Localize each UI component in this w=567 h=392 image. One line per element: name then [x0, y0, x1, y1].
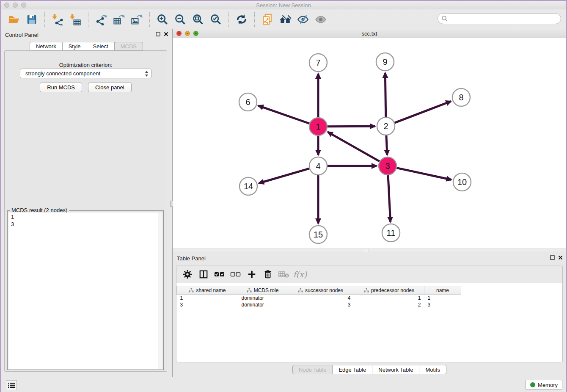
titlebar: Session: New Session [1, 1, 566, 9]
table-cell[interactable]: 3 [177, 301, 238, 308]
select-stepper-icon [145, 70, 149, 77]
unselect-all-columns-icon[interactable] [230, 268, 242, 280]
main-toolbar [1, 10, 566, 29]
apply-layout-icon[interactable] [235, 13, 248, 26]
tab-style[interactable]: Style [63, 42, 87, 51]
add-column-icon[interactable] [246, 268, 258, 280]
network-canvas[interactable]: 1234678910111415 [173, 38, 566, 248]
show-details-eye-icon[interactable] [314, 13, 327, 26]
delete-column-icon[interactable] [262, 268, 274, 280]
graph-edge-1-6[interactable] [259, 106, 310, 124]
open-session-icon[interactable] [8, 13, 20, 26]
graph-edge-1-2[interactable] [328, 126, 375, 127]
graph-node-label-3: 3 [385, 161, 390, 171]
table-cell[interactable]: dominator [238, 301, 287, 308]
zoom-fit-icon[interactable] [192, 13, 204, 26]
table-panel-close-icon[interactable] [558, 255, 563, 260]
tab-select[interactable]: Select [87, 42, 115, 51]
table-panel-float-icon[interactable] [550, 255, 555, 260]
run-mcds-button[interactable]: Run MCDS [40, 83, 82, 92]
graph-node-label-2: 2 [383, 121, 388, 131]
column-header-name[interactable]: name [424, 286, 461, 295]
search-input[interactable] [438, 13, 561, 24]
mcds-result-values: 1 3 [8, 213, 162, 229]
column-header-successor-nodes[interactable]: successor nodes [287, 286, 354, 295]
control-panel-close-icon[interactable] [164, 32, 168, 36]
tab-motifs[interactable]: Motifs [419, 365, 446, 374]
table-settings-gear-icon[interactable] [182, 268, 193, 280]
toolbar-separator [88, 12, 88, 27]
task-history-button[interactable] [6, 380, 17, 390]
column-type-icon [364, 288, 369, 293]
copy-network-icon[interactable] [261, 13, 274, 26]
network-graph: 1234678910111415 [173, 38, 567, 248]
graph-edge-3-10[interactable] [397, 168, 451, 180]
table-cell[interactable]: 2 [354, 301, 424, 308]
network-bottom-strip [173, 248, 566, 251]
graph-node-label-15: 15 [314, 230, 323, 239]
node-table: shared name MCDS role successor nodes pr… [176, 286, 461, 308]
zoom-in-icon[interactable] [156, 13, 169, 26]
graph-edge-2-3[interactable] [386, 135, 387, 155]
close-panel-button[interactable]: Close panel [88, 83, 132, 92]
mcds-result-field: MCDS result (2 nodes) 1 3 [7, 210, 164, 370]
table-cell[interactable]: dominator [238, 295, 287, 301]
memory-button[interactable]: Memory [526, 380, 562, 390]
save-session-icon[interactable] [25, 13, 38, 26]
table-tabs: Node Table Edge Table Network Table Moti… [173, 365, 566, 374]
import-table-icon[interactable] [69, 13, 82, 26]
network-window: × − + scc.txt 1234678910111415 [173, 29, 566, 251]
result-scrollbar[interactable] [158, 213, 162, 369]
graph-node-label-6: 6 [245, 97, 250, 107]
table-cell[interactable]: 1 [354, 295, 424, 301]
network-window-title: scc.txt [173, 30, 566, 37]
export-network-icon[interactable] [95, 13, 107, 26]
zoom-out-icon[interactable] [174, 13, 187, 26]
memory-label: Memory [538, 382, 558, 388]
zoom-selected-icon[interactable] [209, 13, 222, 26]
column-header-shared-name[interactable]: shared name [177, 286, 238, 295]
tab-node-table[interactable]: Node Table [292, 365, 333, 374]
table-row[interactable]: 3dominator323 [177, 301, 461, 308]
tab-network[interactable]: Network [30, 42, 63, 51]
graph-node-label-7: 7 [316, 58, 320, 67]
column-header-mcds-role[interactable]: MCDS role [238, 286, 287, 295]
select-all-columns-icon[interactable] [214, 268, 226, 280]
tab-network-table[interactable]: Network Table [372, 365, 419, 374]
graph-node-label-1: 1 [316, 122, 320, 131]
table-cell[interactable]: 3 [287, 301, 354, 308]
graph-edge-2-8[interactable] [395, 101, 451, 123]
table-cell[interactable]: 1 [177, 295, 238, 301]
import-network-icon[interactable] [51, 13, 64, 26]
table-toolbar: f(x) [176, 265, 562, 283]
hide-details-eye-icon[interactable] [297, 13, 309, 26]
table-panel-title: Table Panel [177, 255, 206, 262]
graph-node-label-10: 10 [457, 177, 467, 187]
criterion-select[interactable]: strongly connected component [20, 69, 151, 78]
network-window-titlebar[interactable]: × − + scc.txt [173, 29, 566, 38]
mcds-result-list[interactable]: 1 3 [8, 213, 162, 369]
horizontal-splitter-grip[interactable] [364, 249, 369, 252]
export-image-icon[interactable] [130, 13, 143, 26]
memory-status-icon [530, 382, 535, 387]
column-type-icon [247, 288, 252, 293]
graph-edge-3-1[interactable] [328, 132, 380, 161]
column-layout-icon[interactable] [198, 268, 209, 280]
graph-node-label-8: 8 [459, 93, 463, 102]
tab-mcds[interactable]: MCDS [115, 42, 143, 51]
table-row[interactable]: 1dominator411 [177, 295, 461, 301]
column-header-predecessor-nodes[interactable]: predecessor nodes [354, 286, 424, 295]
control-panel-float-icon[interactable] [156, 32, 160, 36]
graph-edge-2-9[interactable] [385, 73, 385, 117]
graph-edge-4-14[interactable] [259, 168, 309, 183]
control-panel-tabs: Network Style Select MCDS [1, 42, 172, 51]
table-cell[interactable]: 1 [424, 295, 461, 301]
graph-node-label-14: 14 [244, 182, 253, 191]
ndex-houses-icon[interactable] [279, 13, 292, 26]
table-cell[interactable]: 4 [287, 295, 354, 301]
table-cell[interactable]: 3 [424, 301, 461, 308]
graph-edge-3-11[interactable] [388, 175, 391, 222]
table-body: 1dominator4113dominator323 [177, 295, 461, 308]
export-table-icon[interactable] [113, 13, 125, 26]
tab-edge-table[interactable]: Edge Table [333, 365, 372, 374]
